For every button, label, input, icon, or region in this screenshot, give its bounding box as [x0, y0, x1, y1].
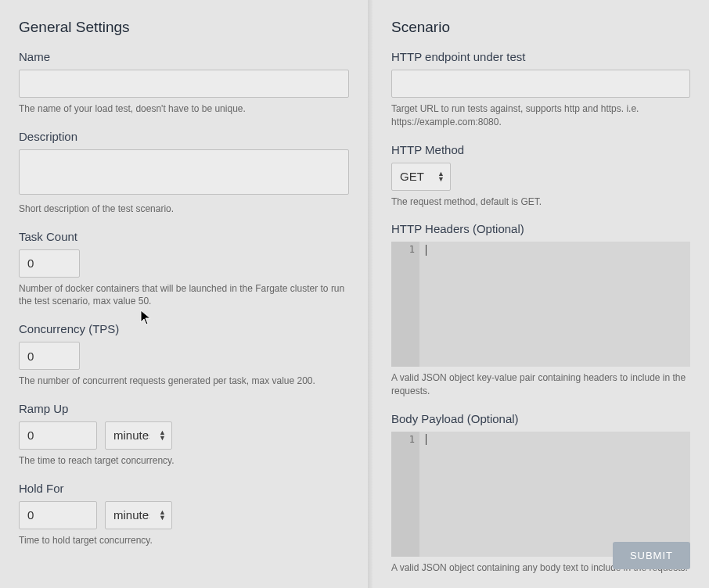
- endpoint-label: HTTP endpoint under test: [391, 50, 690, 63]
- headers-help: A valid JSON object key-value pair conta…: [391, 371, 690, 398]
- headers-content[interactable]: [419, 242, 690, 367]
- headers-gutter: 1: [391, 242, 419, 367]
- method-label: HTTP Method: [391, 143, 690, 156]
- hold-for-unit-select[interactable]: minutes: [105, 501, 172, 529]
- hold-for-field: Hold For minutes Time to hold target con…: [19, 482, 349, 547]
- endpoint-input[interactable]: [391, 70, 690, 98]
- task-count-help: Number of docker containers that will be…: [19, 282, 349, 309]
- endpoint-help: Target URL to run tests against, support…: [391, 102, 690, 129]
- task-count-label: Task Count: [19, 230, 349, 243]
- concurrency-field: Concurrency (TPS) The number of concurre…: [19, 322, 349, 388]
- name-input[interactable]: [19, 70, 349, 98]
- name-field: Name The name of your load test, doesn't…: [19, 50, 349, 116]
- scenario-panel: Scenario HTTP endpoint under test Target…: [372, 0, 709, 588]
- task-count-field: Task Count Number of docker containers t…: [19, 230, 349, 309]
- ramp-up-unit-select[interactable]: minutes: [105, 421, 172, 450]
- concurrency-input[interactable]: [19, 342, 80, 370]
- method-field: HTTP Method GET The request method, defa…: [391, 143, 690, 209]
- body-editor[interactable]: 1: [391, 432, 690, 557]
- body-label: Body Payload (Optional): [391, 412, 690, 425]
- general-settings-panel: General Settings Name The name of your l…: [0, 0, 368, 588]
- name-help: The name of your load test, doesn't have…: [19, 102, 349, 116]
- body-gutter: 1: [391, 432, 419, 557]
- description-input[interactable]: [19, 149, 349, 195]
- line-number: 1: [396, 244, 415, 255]
- method-help: The request method, default is GET.: [391, 195, 690, 209]
- scenario-title: Scenario: [391, 19, 690, 36]
- ramp-up-field: Ramp Up minutes The time to reach target…: [19, 402, 349, 468]
- endpoint-field: HTTP endpoint under test Target URL to r…: [391, 50, 690, 129]
- hold-for-help: Time to hold target concurrency.: [19, 534, 349, 547]
- ramp-up-input[interactable]: [19, 421, 97, 450]
- hold-for-label: Hold For: [19, 482, 349, 495]
- concurrency-label: Concurrency (TPS): [19, 322, 349, 335]
- general-settings-title: General Settings: [19, 19, 349, 36]
- headers-field: HTTP Headers (Optional) 1 A valid JSON o…: [391, 222, 690, 398]
- headers-label: HTTP Headers (Optional): [391, 222, 690, 235]
- name-label: Name: [19, 50, 349, 63]
- description-help: Short description of the test scenario.: [19, 203, 349, 216]
- hold-for-input[interactable]: [19, 501, 97, 529]
- headers-editor[interactable]: 1: [391, 242, 690, 367]
- ramp-up-help: The time to reach target concurrency.: [19, 454, 349, 468]
- description-field: Description Short description of the tes…: [19, 130, 349, 216]
- submit-button[interactable]: SUBMIT: [613, 542, 690, 569]
- http-method-select[interactable]: GET: [391, 163, 451, 191]
- task-count-input[interactable]: [19, 249, 80, 278]
- body-content[interactable]: [419, 432, 690, 557]
- line-number: 1: [396, 434, 415, 445]
- description-label: Description: [19, 130, 349, 143]
- ramp-up-label: Ramp Up: [19, 402, 349, 415]
- concurrency-help: The number of concurrent requests genera…: [19, 375, 349, 388]
